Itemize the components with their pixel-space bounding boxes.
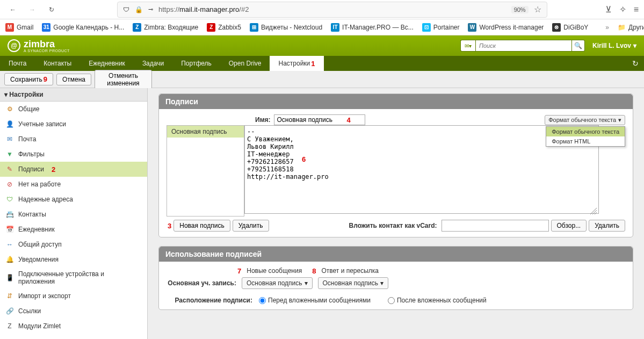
vcard-delete-button[interactable]: Удалить	[589, 220, 625, 232]
panel-title-signatures: Подписи	[159, 94, 633, 109]
user-menu[interactable]: Kirill L. Lvov▾	[592, 42, 636, 49]
signatures-panel: Подписи Имя: 4 Формат обычного текста▾ 5…	[158, 93, 633, 237]
nav-tab[interactable]: Ежедневник	[80, 56, 134, 71]
sidebar-item-icon: 📅	[5, 225, 14, 234]
zoom-badge[interactable]: 90%	[511, 6, 529, 13]
chevron-down-icon: ▾	[305, 279, 308, 287]
extensions-icon[interactable]: ✧	[619, 4, 626, 15]
sidebar-item[interactable]: 🔗Ссылки	[0, 304, 147, 319]
bookmark-item[interactable]: ZZimbra: Входящие	[133, 23, 198, 32]
undo-changes-button[interactable]: Отменить изменения	[95, 70, 152, 89]
format-option-plain[interactable]: Формат обычного текста	[546, 127, 625, 136]
sidebar-item[interactable]: 👤Учетные записи	[0, 117, 147, 132]
vcard-label: Вложить контакт как vCard:	[349, 222, 437, 229]
sidebar-item-icon: ✉	[5, 135, 14, 143]
name-label: Имя:	[255, 116, 271, 124]
col-new-label: Новые сообщения	[247, 267, 306, 275]
sidebar-item-icon: Z	[5, 322, 14, 330]
bookmark-item[interactable]: 31Google Календарь - Н...	[42, 23, 124, 32]
sidebar-item[interactable]: ⚙Общие	[0, 102, 147, 117]
reload-button[interactable]: ↻	[44, 2, 59, 17]
sidebar-item-label: Подписи	[18, 165, 44, 173]
sidebar-item[interactable]: ✉Почта	[0, 132, 147, 147]
sidebar-item[interactable]: 🔔Уведомления	[0, 252, 147, 267]
radio-after[interactable]: После вложенных сообщений	[388, 297, 487, 304]
signature-list: Основная подпись	[167, 125, 244, 217]
browse-button[interactable]: Обзор...	[551, 220, 587, 232]
search-box: ✉▾ 🔍	[460, 40, 585, 52]
nav-tab[interactable]: Контакты	[35, 56, 80, 71]
sidebar-item[interactable]: 📱Подключенные устройства и приложения	[0, 267, 147, 288]
annotation-1: 1	[311, 60, 315, 68]
nav-tab[interactable]: Почта	[0, 56, 35, 71]
sidebar-item[interactable]: ✎Подписи2	[0, 162, 147, 177]
bookmark-favicon: Z	[133, 23, 141, 32]
bookmark-item[interactable]: WWordPress it-manager	[468, 23, 544, 32]
sidebar-item[interactable]: 📅Ежедневник	[0, 222, 147, 237]
sidebar-item[interactable]: ⊘Нет на работе	[0, 177, 147, 192]
sidebar-item[interactable]: ↔Общий доступ	[0, 237, 147, 252]
search-button[interactable]: 🔍	[572, 40, 585, 52]
bookmarks-overflow-icon[interactable]: »	[605, 24, 609, 31]
sidebar-item[interactable]: ZМодули Zimlet	[0, 319, 147, 334]
nav-tab[interactable]: Задачи	[134, 56, 172, 71]
format-menu: Формат обычного текста Формат HTML	[546, 126, 625, 147]
other-bookmarks[interactable]: 📁 Другие закладки	[618, 24, 644, 31]
sidebar-item[interactable]: 📇Контакты	[0, 207, 147, 222]
preferences-toolbar: Сохранить9 Отмена Отменить изменения	[0, 71, 644, 88]
bookmark-star-icon[interactable]: ☆	[534, 4, 541, 15]
signature-list-item[interactable]: Основная подпись	[167, 126, 244, 138]
sidebar-heading[interactable]: ▾ Настройки	[0, 88, 147, 102]
menu-icon[interactable]: ≡	[634, 5, 639, 15]
sidebar-item-icon: ⇵	[5, 292, 14, 300]
logo-icon: @	[8, 39, 20, 52]
account-label: Основная уч. запись:	[167, 279, 236, 287]
bookmark-item[interactable]: ⊗DiGiBoY	[552, 23, 588, 32]
format-dropdown[interactable]: Формат обычного текста▾	[545, 115, 625, 125]
save-button[interactable]: Сохранить9	[4, 73, 53, 85]
sidebar-item-icon: 👤	[5, 120, 14, 128]
delete-signature-button[interactable]: Удалить	[233, 220, 269, 232]
resize-handle-icon[interactable]	[590, 208, 597, 214]
sidebar-item-label: Уведомления	[18, 256, 59, 263]
bookmark-item[interactable]: ZZabbix5	[207, 23, 241, 32]
refresh-button[interactable]: ↻	[627, 56, 644, 71]
bookmark-item[interactable]: ⊞Виджеты - Nextcloud	[250, 23, 322, 32]
cancel-button[interactable]: Отмена	[56, 74, 91, 85]
url-bar[interactable]: 🛡 🔒 ⊸ https://mail.it-manager.pro/#2 90%…	[117, 2, 547, 18]
bookmark-favicon: ⊡	[422, 23, 431, 32]
radio-before-input[interactable]	[259, 297, 266, 304]
downloads-icon[interactable]: ⊻	[605, 4, 612, 15]
forward-button: →	[25, 2, 40, 17]
back-button[interactable]: ←	[5, 2, 20, 17]
format-option-html[interactable]: Формат HTML	[546, 136, 625, 146]
search-input[interactable]	[475, 40, 572, 52]
reply-signature-dropdown[interactable]: Основная подпись▾	[318, 277, 389, 289]
nav-tab[interactable]: Open Drive	[220, 56, 270, 71]
sidebar-item-label: Надежные адреса	[18, 196, 73, 203]
new-signature-button[interactable]: Новая подпись	[173, 220, 230, 232]
sidebar-item-icon: ⚙	[5, 105, 14, 113]
preferences-sidebar: ▾ Настройки ⚙Общие👤Учетные записи✉Почта▼…	[0, 88, 148, 339]
search-scope-dropdown[interactable]: ✉▾	[460, 40, 475, 52]
bookmark-item[interactable]: ITIT-Manager.PRO — Вс...	[331, 23, 414, 32]
url-text: https://mail.it-manager.pro/#2	[158, 5, 506, 13]
radio-before[interactable]: Перед вложенными сообщениями	[259, 297, 371, 304]
permissions-icon: ⊸	[148, 6, 153, 13]
sidebar-item-label: Общий доступ	[18, 241, 62, 248]
sidebar-item[interactable]: 🛡Надежные адреса	[0, 192, 147, 207]
zimbra-logo[interactable]: @ zimbra A SYNACOR PRODUCT	[8, 39, 70, 53]
radio-after-input[interactable]	[388, 297, 395, 304]
new-msg-signature-dropdown[interactable]: Основная подпись▾	[242, 277, 313, 289]
bookmark-item[interactable]: ⊡Portainer	[422, 23, 460, 32]
bookmark-favicon: 31	[42, 23, 50, 32]
bookmark-item[interactable]: MGmail	[5, 23, 33, 32]
nav-tab[interactable]: Портфель	[172, 56, 220, 71]
nav-tab[interactable]: Настройки1	[270, 56, 323, 71]
sidebar-item-label: Ссылки	[18, 307, 41, 315]
sidebar-item[interactable]: ⇵Импорт и экспорт	[0, 288, 147, 304]
bookmark-favicon: IT	[331, 23, 339, 32]
signature-name-input[interactable]	[274, 114, 365, 125]
vcard-input[interactable]	[442, 220, 549, 232]
sidebar-item[interactable]: ▼Фильтры	[0, 147, 147, 162]
